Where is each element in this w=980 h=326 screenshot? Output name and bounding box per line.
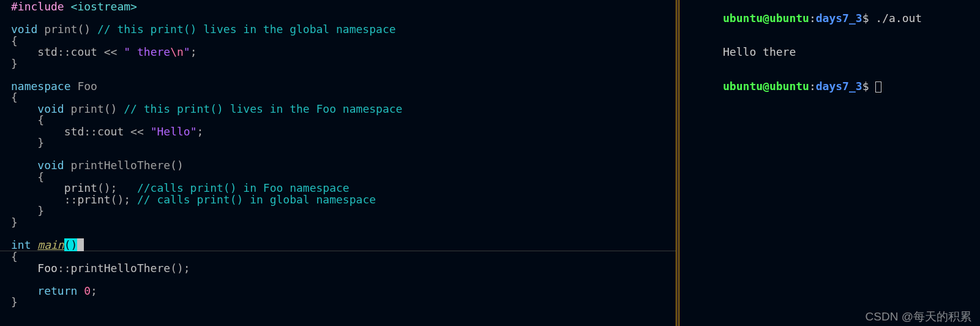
code-line[interactable] <box>0 69 676 81</box>
code-line[interactable]: } <box>0 58 676 70</box>
code-content: } <box>9 58 676 70</box>
token-fn: Foo <box>77 80 97 93</box>
code-line[interactable]: #include <iostream> <box>0 1 676 13</box>
keyword-int: int <box>11 238 37 251</box>
function-main: main <box>37 238 64 251</box>
code-line[interactable]: } <box>0 297 676 308</box>
code-line[interactable]: } <box>0 137 676 149</box>
code-line[interactable]: void print() // this print() lives in th… <box>0 104 676 115</box>
code-content: void print() // this print() lives in th… <box>9 104 676 115</box>
code-content: void print() // this print() lives in th… <box>9 24 676 36</box>
code-line[interactable]: void printHelloThere() <box>0 160 676 172</box>
token-cmt: // this print() lives in the global name… <box>97 23 396 36</box>
prompt-dollar: $ <box>862 80 869 93</box>
code-content: std::cout << " there\n"; <box>9 47 676 58</box>
code-line[interactable]: int main() <box>0 240 676 252</box>
workspace: #include <iostream> void print() // this… <box>0 0 980 326</box>
token-cmt: // calls print() in global namespace <box>137 193 376 206</box>
token-fn: print <box>71 102 104 115</box>
code-content: return 0; <box>9 286 676 297</box>
token-op: << <box>124 125 150 138</box>
token-ns: cout <box>97 125 124 138</box>
code-editor[interactable]: #include <iostream> void print() // this… <box>0 0 676 326</box>
token-op: (); <box>170 262 190 275</box>
code-content: Foo::printHelloThere(); <box>9 263 676 275</box>
token-op: ; <box>91 284 97 297</box>
code-content <box>9 274 676 286</box>
code-line[interactable] <box>0 228 676 240</box>
token-ns: std <box>37 45 58 58</box>
token-op: :: <box>58 262 71 275</box>
code-line[interactable]: std::cout << " there\n"; <box>0 47 676 58</box>
prompt-path: days7_3 <box>816 12 862 25</box>
code-content: } <box>9 297 676 308</box>
token-call: printHelloThere <box>71 262 171 275</box>
token-op: (); <box>111 193 137 206</box>
token-kw: return <box>37 284 84 297</box>
prompt-user: ubuntu@ubuntu <box>723 12 809 25</box>
code-content: } <box>9 137 676 149</box>
code-content: namespace Foo <box>9 81 676 93</box>
prompt-colon: : <box>809 12 816 25</box>
code-line[interactable]: namespace Foo <box>0 81 676 93</box>
code-content: } <box>9 217 676 229</box>
prompt-dollar: $ <box>862 12 869 25</box>
token-op: ; <box>196 125 203 138</box>
token-str: " <box>184 45 190 58</box>
code-line[interactable]: ::print(); // calls print() in global na… <box>0 194 676 206</box>
token-op: :: <box>84 125 97 138</box>
token-ns: cout <box>71 45 97 58</box>
token-fn: print <box>44 23 77 36</box>
token-op: () <box>104 102 124 115</box>
terminal-line: ubuntu@ubuntu:days7_3$ ./a.out <box>683 1 976 36</box>
token-ns: std <box>64 125 84 138</box>
token-op: } <box>11 295 18 308</box>
token-kw: namespace <box>11 80 77 93</box>
code-line[interactable]: return 0; <box>0 286 676 297</box>
code-content: } <box>9 205 676 217</box>
token-op: } <box>11 136 44 149</box>
token-num: 0 <box>84 284 91 297</box>
code-line[interactable]: } <box>0 217 676 229</box>
prompt-path: days7_3 <box>816 80 862 93</box>
code-content: void printHelloThere() <box>9 160 676 172</box>
terminal-line: ubuntu@ubuntu:days7_3$ <box>683 69 976 104</box>
token-op: :: <box>58 45 71 58</box>
token-op: () <box>77 23 97 36</box>
code-line[interactable]: Foo::printHelloThere(); <box>0 263 676 275</box>
terminal-output: Hello there <box>683 36 976 70</box>
terminal-command: ./a.out <box>875 12 922 25</box>
code-content: std::cout << "Hello"; <box>9 126 676 138</box>
token-str: "Hello" <box>151 125 197 138</box>
token-esc: \n <box>170 45 184 58</box>
paren-match-highlight: () <box>64 238 78 251</box>
code-content: int main() <box>9 240 676 251</box>
token-op: ; <box>190 45 197 58</box>
code-content <box>9 228 676 240</box>
token-str: " there <box>124 45 170 58</box>
prompt-user: ubuntu@ubuntu <box>723 80 809 93</box>
code-line[interactable]: void print() // this print() lives in th… <box>0 24 676 36</box>
token-call: print <box>77 193 110 206</box>
terminal-cursor-icon <box>875 82 881 93</box>
token-pp: #include <box>11 0 71 13</box>
code-line[interactable]: } <box>0 205 676 217</box>
code-content: ::print(); // calls print() in global na… <box>9 194 676 206</box>
code-line[interactable] <box>0 274 676 286</box>
prompt-space <box>869 80 875 93</box>
code-content <box>9 69 676 81</box>
token-cmt: // this print() lives in the Foo namespa… <box>124 102 402 115</box>
token-fooc: Foo <box>37 262 58 275</box>
prompt-space <box>869 12 875 25</box>
code-content: #include <iostream> <box>9 1 676 13</box>
token-fn: printHelloThere <box>71 159 171 172</box>
terminal-output-text: Hello there <box>723 45 796 58</box>
editor-cursor-icon <box>77 238 84 251</box>
terminal-pane[interactable]: ubuntu@ubuntu:days7_3$ ./a.out Hello the… <box>679 0 980 326</box>
prompt-colon: : <box>809 80 816 93</box>
token-op: << <box>97 45 124 58</box>
token-op: () <box>170 159 184 172</box>
token-inc: <iostream> <box>71 0 137 13</box>
code-line[interactable]: std::cout << "Hello"; <box>0 126 676 138</box>
